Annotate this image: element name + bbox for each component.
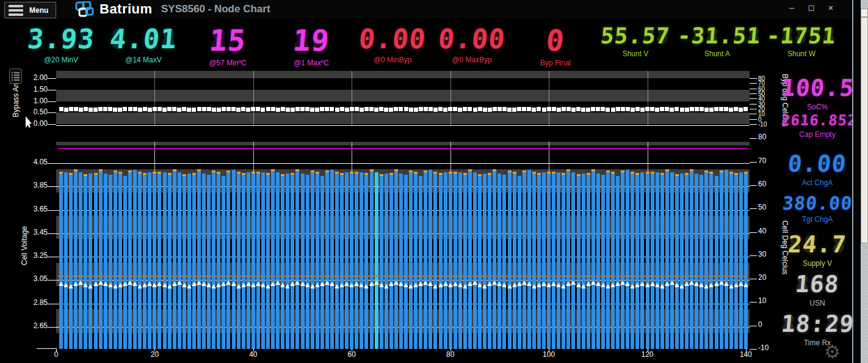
cell-voltage-bar[interactable] (660, 175, 664, 349)
cell-voltage-bar[interactable] (226, 172, 230, 349)
cell-voltage-bar[interactable] (187, 174, 191, 349)
cell-voltage-bar[interactable] (424, 172, 427, 349)
cell-voltage-bar[interactable] (591, 171, 595, 349)
cell-voltage-bar[interactable] (64, 172, 68, 349)
cell-voltage-bar[interactable] (168, 175, 172, 349)
cell-voltage-bar[interactable] (281, 176, 284, 349)
cell-voltage-bar[interactable] (734, 175, 738, 349)
gear-icon[interactable]: ⚙ (824, 341, 841, 362)
cell-voltage-bar[interactable] (468, 171, 472, 349)
cell-voltage-bar[interactable] (409, 172, 413, 349)
cell-voltage-bar[interactable] (197, 171, 201, 349)
cell-voltage-bar[interactable] (557, 172, 560, 349)
cell-voltage-bar[interactable] (616, 176, 620, 349)
cell-voltage-bar[interactable] (370, 171, 374, 349)
cell-voltage-bar[interactable] (380, 176, 383, 349)
cell-voltage-bar[interactable] (439, 175, 443, 349)
cell-voltage-bar[interactable] (542, 172, 546, 349)
cell-voltage-bar[interactable] (157, 174, 161, 349)
cell-voltage-bar[interactable] (295, 171, 299, 349)
cell-voltage-bar[interactable] (606, 172, 610, 349)
cell-voltage-bar[interactable] (690, 171, 693, 349)
cell-voltage-bar[interactable] (364, 175, 368, 349)
cell-voltage-bar[interactable] (463, 175, 467, 349)
cell-voltage-bar[interactable] (306, 175, 309, 349)
cell-voltage-bar[interactable] (350, 174, 353, 349)
cell-voltage-bar[interactable] (631, 174, 634, 349)
cell-voltage-bar[interactable] (301, 174, 305, 349)
cell-voltage-bar[interactable] (360, 172, 363, 349)
cell-voltage-bar[interactable] (537, 175, 541, 349)
cell-voltage-bar[interactable] (153, 174, 156, 349)
cell-voltage-bar[interactable] (399, 174, 403, 349)
cell-voltage-bar[interactable] (670, 172, 674, 349)
cell-voltage-bar[interactable] (547, 174, 551, 349)
cell-voltage-bar[interactable] (497, 174, 501, 349)
scrollbar-up-button[interactable] (861, 9, 868, 17)
cell-voltage-bar[interactable] (508, 172, 512, 349)
cell-voltage-bar[interactable] (192, 175, 196, 349)
cell-voltage-bar[interactable] (389, 175, 393, 349)
cell-voltage-bar[interactable] (222, 176, 225, 349)
cell-voltage-bar[interactable] (601, 175, 605, 349)
cell-voltage-bar[interactable] (562, 175, 565, 349)
cell-voltage-bar[interactable] (355, 174, 358, 349)
cell-voltage-bar[interactable] (178, 172, 181, 349)
cell-voltage-bar[interactable] (320, 176, 324, 349)
cell-voltage-bar[interactable] (483, 174, 486, 349)
cell-voltage-bar[interactable] (94, 175, 98, 349)
cell-voltage-bar[interactable] (478, 176, 482, 349)
cell-voltage-bar[interactable] (242, 175, 245, 349)
minimize-button[interactable]: – (786, 2, 797, 12)
cell-voltage-bar[interactable] (621, 172, 624, 349)
cell-voltage-bar[interactable] (626, 170, 629, 349)
cell-voltage-bar[interactable] (217, 174, 220, 349)
cell-voltage-bar[interactable] (458, 172, 462, 349)
cell-voltage-bar[interactable] (709, 174, 713, 349)
cell-voltage-bar[interactable] (518, 176, 521, 349)
cell-voltage-bar[interactable] (89, 174, 92, 349)
cell-voltage-bar[interactable] (635, 175, 639, 349)
cell-voltage-bar[interactable] (419, 176, 422, 349)
cell-voltage-bar[interactable] (729, 174, 733, 349)
cell-voltage-bar[interactable] (271, 171, 275, 349)
cell-voltage-bar[interactable] (739, 172, 743, 349)
menu-button[interactable]: Menu (4, 2, 56, 18)
legend-icon[interactable] (9, 68, 22, 84)
cell-voltage-bar[interactable] (286, 174, 289, 349)
cell-voltage-bar[interactable] (704, 172, 708, 349)
cell-voltage-bar[interactable] (335, 174, 339, 349)
cell-voltage-bar[interactable] (385, 174, 388, 349)
cell-voltage-bar[interactable] (646, 174, 649, 349)
cell-voltage-bar[interactable] (148, 172, 151, 349)
cell-voltage-bar[interactable] (394, 171, 398, 349)
cell-voltage-bar[interactable] (276, 172, 280, 349)
cell-voltage-bar[interactable] (527, 170, 531, 349)
cell-voltage-bar[interactable] (651, 174, 654, 349)
cell-voltage-bar[interactable] (133, 170, 137, 349)
cell-voltage-bar[interactable] (173, 171, 176, 349)
cell-voltage-bar[interactable] (523, 172, 526, 349)
cell-voltage-bar[interactable] (261, 172, 265, 349)
cell-voltage-bar[interactable] (138, 174, 142, 349)
cell-voltage-bar[interactable] (488, 175, 491, 349)
cell-voltage-bar[interactable] (552, 174, 555, 349)
cell-voltage-bar[interactable] (207, 175, 211, 349)
cell-voltage-bar[interactable] (291, 175, 294, 349)
cell-voltage-bar[interactable] (454, 174, 457, 349)
cell-voltage-bar[interactable] (493, 171, 496, 349)
cell-voltage-bar[interactable] (532, 174, 536, 349)
cell-voltage-bar[interactable] (316, 174, 319, 349)
cell-voltage-bar[interactable] (311, 172, 314, 349)
cell-voltage-bar[interactable] (330, 170, 334, 349)
cell-voltage-bar[interactable] (99, 171, 103, 349)
cell-voltage-bar[interactable] (212, 172, 215, 349)
cell-voltage-bar[interactable] (640, 172, 644, 349)
cell-voltage-bar[interactable] (79, 172, 82, 349)
cell-voltage-bar[interactable] (414, 174, 418, 349)
cell-voltage-bar[interactable] (513, 174, 516, 349)
cell-voltage-bar[interactable] (680, 174, 684, 349)
cell-voltage-bar[interactable] (183, 176, 186, 349)
cell-voltage-bar[interactable] (128, 172, 132, 349)
cell-voltage-bar[interactable] (675, 176, 679, 349)
